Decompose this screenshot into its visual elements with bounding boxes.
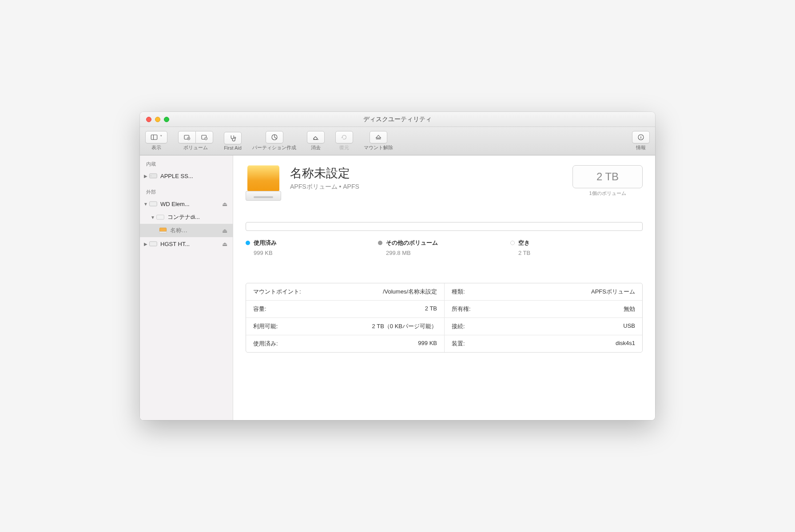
toolbar-label-volume: ボリューム	[183, 144, 208, 151]
remove-volume-icon	[200, 133, 208, 141]
info-connection: 接続: USB	[444, 318, 642, 335]
titlebar: ディスクユーティリティ	[140, 112, 655, 127]
info-table: マウントポイント: /Volumes/名称未設定 種類: APFSボリューム 容…	[246, 283, 643, 353]
svg-line-12	[274, 137, 277, 139]
toolbar-group-restore: 復元	[335, 131, 353, 151]
sidebar-item-apple-ssd[interactable]: ▶ APPLE SS...	[140, 169, 233, 183]
disclosure-triangle-icon[interactable]: ▶	[143, 242, 149, 246]
legend-label-other: その他のボリューム	[386, 239, 438, 247]
legend-dot-other	[378, 241, 382, 245]
legend-value-other: 299.8 MB	[378, 250, 510, 256]
svg-rect-24	[159, 232, 167, 233]
external-disk-icon	[149, 240, 158, 247]
sidebar-item-hgst[interactable]: ▶ HGST HT... ⏏	[140, 237, 233, 250]
capacity-sublabel: 1個のボリューム	[572, 190, 643, 197]
sidebar-item-label: 名称…	[170, 226, 222, 234]
sidebar-item-container[interactable]: ▼ コンテナdi...	[140, 210, 233, 224]
toolbar-group-firstaid: First Aid	[224, 132, 242, 151]
unmount-button[interactable]	[370, 131, 387, 143]
restore-button[interactable]	[335, 131, 353, 143]
disclosure-triangle-icon[interactable]: ▼	[143, 202, 149, 206]
svg-rect-19	[150, 174, 157, 178]
usage-bar	[246, 222, 643, 231]
svg-rect-23	[160, 228, 167, 231]
toolbar-label-partition: パーティション作成	[252, 144, 296, 151]
close-button[interactable]	[146, 117, 151, 122]
partition-button[interactable]	[266, 131, 283, 143]
sidebar-item-wd-elements[interactable]: ▼ WD Elem... ⏏	[140, 197, 233, 210]
legend-dot-free	[510, 241, 515, 245]
volume-icon	[246, 165, 281, 201]
svg-point-17	[640, 136, 641, 137]
legend-value-used: 999 KB	[246, 250, 378, 256]
sidebar-item-label: APPLE SS...	[160, 173, 229, 179]
info-icon	[637, 133, 645, 141]
eject-icon[interactable]: ⏏	[222, 241, 229, 247]
disclosure-triangle-icon[interactable]: ▶	[143, 174, 149, 179]
external-volume-icon	[159, 227, 167, 234]
sidebar-item-label: HGST HT...	[160, 241, 222, 247]
erase-button[interactable]	[307, 131, 325, 143]
info-type: 種類: APFSボリューム	[444, 283, 642, 301]
sidebar: 内蔵 ▶ APPLE SS... 外部 ▼ WD Elem... ⏏ ▼	[140, 155, 233, 420]
toolbar-label-restore: 復元	[339, 144, 349, 151]
svg-rect-22	[157, 215, 164, 219]
info-button[interactable]	[632, 131, 650, 143]
legend-value-free: 2 TB	[510, 250, 643, 256]
svg-marker-14	[376, 135, 381, 138]
info-capacity: 容量: 2 TB	[246, 301, 444, 318]
sidebar-icon	[150, 133, 158, 141]
legend-label-used: 使用済み	[254, 239, 277, 247]
chevron-down-icon: ˅	[160, 135, 163, 140]
eject-icon	[374, 133, 382, 141]
info-device: 装置: disk4s1	[444, 335, 642, 352]
capacity-chip[interactable]: 2 TB	[572, 165, 643, 188]
zoom-button[interactable]	[164, 117, 169, 122]
svg-rect-0	[151, 135, 157, 140]
eject-icon[interactable]: ⏏	[222, 201, 229, 207]
traffic-lights	[140, 117, 169, 122]
info-available: 利用可能: 2 TB（0 KBパージ可能）	[246, 318, 444, 335]
volume-subtitle: APFSボリューム • APFS	[290, 183, 359, 191]
info-owners: 所有権: 無効	[444, 301, 642, 318]
minimize-button[interactable]	[155, 117, 160, 122]
app-window: ディスクユーティリティ ˅ 表示 ボリューム	[140, 112, 655, 420]
capacity-value: 2 TB	[596, 171, 619, 183]
container-disk-icon	[156, 214, 165, 221]
sidebar-heading-internal: 内蔵	[140, 159, 233, 169]
view-button[interactable]: ˅	[145, 131, 167, 143]
remove-volume-button[interactable]	[195, 131, 213, 143]
add-volume-button[interactable]	[178, 131, 195, 143]
internal-disk-icon	[149, 172, 158, 179]
sidebar-item-untitled[interactable]: 名称… ⏏	[140, 224, 233, 237]
toolbar-label-erase: 消去	[311, 144, 321, 151]
window-title: ディスクユーティリティ	[140, 115, 655, 123]
info-used: 使用済み: 999 KB	[246, 335, 444, 352]
add-volume-icon	[183, 133, 191, 141]
info-mount-point: マウントポイント: /Volumes/名称未設定	[246, 283, 444, 301]
svg-point-20	[151, 175, 151, 176]
toolbar-group-partition: パーティション作成	[252, 131, 296, 151]
toolbar-group-unmount: マウント解除	[364, 131, 393, 151]
toolbar-label-firstaid: First Aid	[224, 145, 242, 151]
toolbar-group-view: ˅ 表示	[145, 131, 167, 151]
partition-icon	[270, 133, 278, 141]
volume-name: 名称未設定	[290, 165, 359, 181]
svg-rect-21	[150, 202, 157, 206]
toolbar-label-info: 情報	[636, 144, 646, 151]
legend-free: 空き 2 TB	[510, 239, 643, 256]
restore-icon	[340, 133, 348, 141]
sidebar-item-label: WD Elem...	[160, 201, 222, 207]
disclosure-triangle-icon[interactable]: ▼	[150, 215, 156, 220]
usage-legend: 使用済み 999 KB その他のボリューム 299.8 MB 空き	[246, 239, 643, 256]
toolbar: ˅ 表示 ボリューム First Aid	[140, 127, 655, 155]
sidebar-heading-external: 外部	[140, 187, 233, 197]
svg-point-9	[235, 137, 236, 138]
eject-icon[interactable]: ⏏	[222, 227, 229, 234]
erase-icon	[312, 133, 320, 141]
legend-dot-used	[246, 241, 250, 245]
toolbar-group-erase: 消去	[307, 131, 325, 151]
first-aid-button[interactable]	[224, 132, 242, 144]
toolbar-label-view: 表示	[151, 144, 161, 151]
toolbar-group-volume: ボリューム	[178, 131, 213, 151]
